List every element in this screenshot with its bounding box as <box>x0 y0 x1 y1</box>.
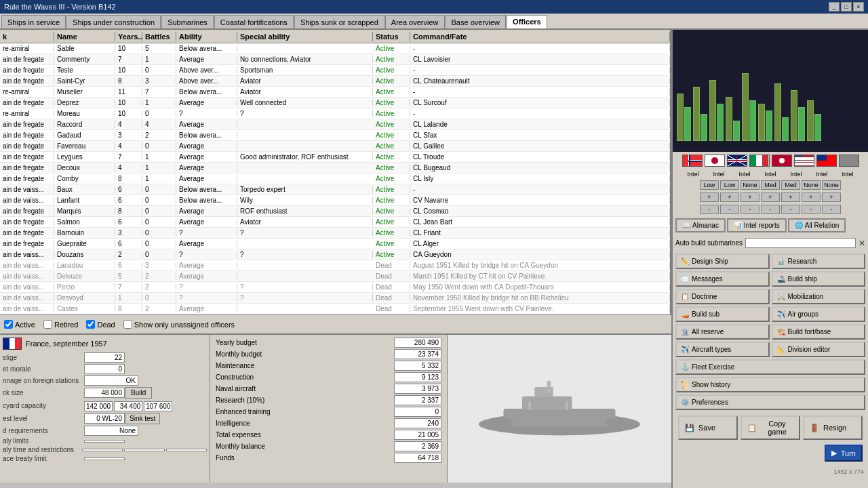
preferences-button[interactable]: ⚙️ Preferences <box>675 394 865 410</box>
table-row[interactable]: ain de fregate Raccord 4 4 Average Activ… <box>0 119 670 130</box>
auto-build-clear-button[interactable]: ✕ <box>859 239 865 248</box>
build-button[interactable]: Build <box>125 387 152 399</box>
table-row[interactable]: ain de fregate Barnouin 3 0 ? ? Active C… <box>0 228 670 239</box>
intel-reports-button[interactable]: 📊 Intel reports <box>727 218 787 232</box>
all-relations-button[interactable]: 🌐 All Relation <box>788 218 846 232</box>
almanac-button[interactable]: 📖 Almanac <box>675 218 726 232</box>
table-row[interactable]: re-amiral Muselier 11 7 Below avera... A… <box>0 87 670 98</box>
flag-taiwan[interactable] <box>816 155 837 167</box>
intel-plus-7[interactable]: + <box>822 192 841 202</box>
table-row[interactable]: re-amiral Moreau 10 0 ? ? Active - <box>0 108 670 119</box>
col-header-name[interactable]: Name <box>54 32 115 41</box>
table-row[interactable]: ain de fregate Leygues 7 1 Average Good … <box>0 152 670 163</box>
table-row[interactable]: ain de fregate Gadaud 3 2 Below avera...… <box>0 130 670 141</box>
col-header-ability[interactable]: Ability <box>176 32 237 41</box>
flag-uk[interactable] <box>727 155 747 167</box>
table-row[interactable]: ain de vaiss... Castex 8 2 Average Dead … <box>0 304 670 314</box>
filter-active[interactable]: Active <box>4 320 35 329</box>
intel-none-1[interactable]: None <box>741 180 760 190</box>
maximize-button[interactable]: □ <box>841 2 852 12</box>
table-row[interactable]: ain de vaiss... Perzo 7 2 ? ? Dead May 1… <box>0 282 670 293</box>
aircraft-types-button[interactable]: ✈️ Aircraft types <box>675 342 770 357</box>
table-row[interactable]: ain de fregate Salmon 6 0 Average Aviato… <box>0 217 670 228</box>
table-row[interactable]: ain de fregate Guepraite 6 0 Average Act… <box>0 239 670 249</box>
intel-plus-4[interactable]: + <box>761 192 780 202</box>
auto-build-input[interactable] <box>745 238 856 248</box>
col-header-years[interactable]: Years... <box>115 32 142 41</box>
design-ship-button[interactable]: ✏️ Design Ship <box>675 253 770 269</box>
intel-low-2[interactable]: Low <box>720 180 739 190</box>
table-row[interactable]: ain de vaiss... Deleuze 5 2 Average Dead… <box>0 271 670 282</box>
col-header-special[interactable]: Special ability <box>237 32 373 41</box>
table-row[interactable]: ain de fregate Saint-Cyr 8 3 Above aver.… <box>0 76 670 87</box>
division-editor-button[interactable]: 📐 Division editor <box>772 342 866 357</box>
minimize-button[interactable]: _ <box>829 2 840 12</box>
table-row[interactable]: ain de fregate Decoux 4 1 Average Active… <box>0 163 670 174</box>
save-button[interactable]: 💾 Save <box>678 415 738 440</box>
close-button[interactable]: × <box>853 2 864 12</box>
intel-med-1[interactable]: Med <box>761 180 780 190</box>
table-row[interactable]: ain de vaiss... Lanfant 6 0 Below avera.… <box>0 195 670 206</box>
intel-minus-6[interactable]: - <box>802 205 821 214</box>
intel-minus-7[interactable]: - <box>822 205 841 214</box>
fleet-exercise-button[interactable]: ⚓ Fleet Exercise <box>675 359 865 375</box>
flag-rising-sun[interactable] <box>772 155 792 167</box>
filter-unassigned[interactable]: Show only unassigned officers <box>123 320 235 329</box>
flag-norway[interactable] <box>682 155 703 167</box>
tab-area-overview[interactable]: Area overview <box>385 15 445 28</box>
intel-none-2[interactable]: None <box>802 180 821 190</box>
sink-test-button[interactable]: Sink test <box>125 413 160 424</box>
tab-base-overview[interactable]: Base overview <box>446 15 507 28</box>
build-ship-button[interactable]: 🚢 Build ship <box>772 271 866 287</box>
intel-none-3[interactable]: None <box>822 180 841 190</box>
table-row[interactable]: ain de fregate Favereau 4 0 Average Acti… <box>0 141 670 152</box>
tab-coastal-fortifications[interactable]: Coastal fortifications <box>214 15 294 28</box>
intel-plus-6[interactable]: + <box>802 192 821 202</box>
flag-italy[interactable] <box>749 155 770 167</box>
doctrine-button[interactable]: 📋 Doctrine <box>675 289 770 304</box>
tab-ships-under-construction[interactable]: Ships under construction <box>66 15 161 28</box>
table-row[interactable]: ain de fregate Marquis 8 0 Average ROF e… <box>0 206 670 217</box>
copy-game-button[interactable]: 📋 Copy game <box>741 415 800 440</box>
air-groups-button[interactable]: ✈️ Air groups <box>772 306 866 322</box>
table-row[interactable]: ain de vaiss... Lacadou 6 3 Average Dead… <box>0 260 670 271</box>
intel-minus-3[interactable]: - <box>741 205 760 214</box>
col-header-status[interactable]: Status <box>373 32 410 41</box>
research-button[interactable]: 🔬 Research <box>772 253 866 269</box>
flag-usa[interactable] <box>794 155 814 167</box>
table-row[interactable]: ain de vaiss... Baux 6 0 Below avera... … <box>0 184 670 195</box>
intel-plus-5[interactable]: + <box>781 192 800 202</box>
table-row[interactable]: ain de vaiss... Desvoyd 1 0 ? ? Dead Nov… <box>0 293 670 304</box>
table-row[interactable]: ain de fregate Commenty 7 1 Average No c… <box>0 54 670 65</box>
intel-plus-1[interactable]: + <box>700 192 719 202</box>
intel-minus-4[interactable]: - <box>761 205 780 214</box>
turn-button[interactable]: ▶ Turn <box>825 445 863 462</box>
intel-minus-5[interactable]: - <box>781 205 800 214</box>
filter-dead[interactable]: Dead <box>86 320 115 329</box>
show-history-button[interactable]: 📜 Show history <box>675 377 865 392</box>
tab-officers[interactable]: Officers <box>507 15 547 28</box>
intel-low-1[interactable]: Low <box>700 180 719 190</box>
messages-button[interactable]: ✉️ Messages <box>675 271 770 287</box>
table-row[interactable]: ain de fregate Teste 10 0 Above aver... … <box>0 65 670 76</box>
officers-table-body[interactable]: re-amiral Sable 10 5 Below avera... Acti… <box>0 43 670 314</box>
flag-japan[interactable] <box>705 155 725 167</box>
intel-minus-1[interactable]: - <box>700 205 719 214</box>
tab-submarines[interactable]: Submarines <box>161 15 214 28</box>
intel-plus-3[interactable]: + <box>741 192 760 202</box>
tab-ships-sunk-scrapped[interactable]: Ships sunk or scrapped <box>294 15 384 28</box>
table-row[interactable]: ain de vaiss... Douzans 2 0 ? ? Active C… <box>0 249 670 260</box>
build-fort-base-button[interactable]: 🏗️ Build fort/base <box>772 324 866 340</box>
table-row[interactable]: ain de fregate Comby 8 1 Average Active … <box>0 174 670 184</box>
build-sub-button[interactable]: 🚤 Build sub <box>675 306 770 322</box>
intel-minus-2[interactable]: - <box>720 205 739 214</box>
mobilization-button[interactable]: ⚔️ Mobilization <box>772 289 866 304</box>
table-row[interactable]: re-amiral Sable 10 5 Below avera... Acti… <box>0 43 670 54</box>
table-row[interactable]: ain de fregate Deprez 10 1 Average Well … <box>0 98 670 108</box>
intel-plus-2[interactable]: + <box>720 192 739 202</box>
resign-button[interactable]: 🚪 Resign <box>803 415 863 440</box>
all-reserve-button[interactable]: 🏛️ All reserve <box>675 324 770 340</box>
filter-retired[interactable]: Retired <box>43 320 78 329</box>
col-header-battles[interactable]: Battles <box>142 32 176 41</box>
intel-med-2[interactable]: Med <box>781 180 800 190</box>
